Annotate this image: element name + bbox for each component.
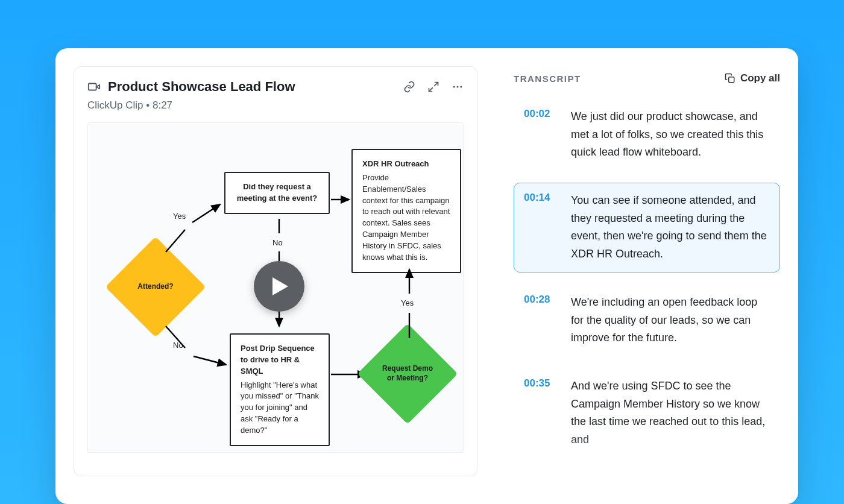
transcript-text: And we're using SFDC to see the Campaign… <box>571 377 770 449</box>
xdr-title: XDR HR Outreach <box>362 159 450 170</box>
video-sep: • <box>143 99 153 111</box>
transcript-time: 00:14 <box>524 192 556 263</box>
transcript-pane: TRANSCRIPT Copy all 00:02 We just did ou… <box>490 48 798 504</box>
copy-icon <box>725 73 735 84</box>
transcript-time: 00:28 <box>524 294 556 347</box>
transcript-row[interactable]: 00:14 You can see if someone attended, a… <box>514 183 780 272</box>
video-card: Product Showcase Lead Flow ClickUp Clip … <box>74 66 477 476</box>
video-title: Product Showcase Lead Flow <box>108 79 295 95</box>
copy-all-button[interactable]: Copy all <box>725 72 780 84</box>
svg-rect-0 <box>89 84 96 90</box>
video-icon <box>87 80 101 93</box>
transcript-time: 00:02 <box>524 108 556 162</box>
post-drip-body: Highlight "Here's what you missed" or "T… <box>241 380 319 435</box>
svg-point-3 <box>460 86 462 88</box>
video-pane: Product Showcase Lead Flow ClickUp Clip … <box>55 48 490 504</box>
transcript-text: We're including an open feedback loop fo… <box>571 294 770 347</box>
svg-point-1 <box>453 86 455 88</box>
request-meeting-label: Did they request a meeting at the event? <box>237 182 318 203</box>
diagram-node-attended: Attended? <box>120 251 191 323</box>
svg-rect-14 <box>729 77 734 83</box>
diagram-node-request-demo: Request Demo or Meeting? <box>372 338 443 409</box>
transcript-header: TRANSCRIPT Copy all <box>514 72 780 84</box>
video-card-header: Product Showcase Lead Flow <box>87 79 464 95</box>
copy-all-label: Copy all <box>740 72 780 84</box>
svg-line-9 <box>166 326 185 348</box>
link-icon[interactable] <box>403 81 415 93</box>
transcript-list: 00:02 We just did our product showcase, … <box>514 99 780 458</box>
svg-point-2 <box>457 86 459 88</box>
video-title-row: Product Showcase Lead Flow <box>87 79 295 95</box>
video-duration: 8:27 <box>153 99 172 111</box>
transcript-text: You can see if someone attended, and the… <box>571 192 770 263</box>
post-drip-title: Post Drip Sequence to drive to HR & SMQL <box>241 343 319 377</box>
xdr-body: Provide Enablement/Sales context for thi… <box>362 173 450 262</box>
request-demo-label: Request Demo or Meeting? <box>372 364 443 383</box>
video-source: ClickUp Clip <box>87 99 143 111</box>
video-subtitle: ClickUp Clip • 8:27 <box>87 99 464 112</box>
video-frame[interactable]: Attended? Yes No Did they request a meet… <box>87 122 464 453</box>
transcript-title: TRANSCRIPT <box>514 74 581 84</box>
diagram-node-post-drip: Post Drip Sequence to drive to HR & SMQL… <box>230 333 330 446</box>
svg-line-4 <box>166 230 185 252</box>
transcript-row[interactable]: 00:28 We're including an open feedback l… <box>514 285 780 356</box>
transcript-row[interactable]: 00:35 And we're using SFDC to see the Ca… <box>514 368 780 458</box>
more-icon[interactable] <box>452 81 464 93</box>
play-button[interactable] <box>254 261 304 312</box>
transcript-time: 00:35 <box>524 377 556 449</box>
video-actions <box>403 81 464 93</box>
transcript-text: We just did our product showcase, and me… <box>571 108 770 162</box>
diagram-node-request-meeting: Did they request a meeting at the event? <box>224 172 330 214</box>
app-window: Product Showcase Lead Flow ClickUp Clip … <box>55 48 798 504</box>
transcript-row[interactable]: 00:02 We just did our product showcase, … <box>514 99 780 171</box>
diagram-node-xdr: XDR HR Outreach Provide Enablement/Sales… <box>351 149 461 273</box>
expand-icon[interactable] <box>427 81 439 93</box>
attended-label: Attended? <box>130 282 180 292</box>
svg-line-5 <box>192 204 220 222</box>
svg-line-10 <box>194 356 226 365</box>
